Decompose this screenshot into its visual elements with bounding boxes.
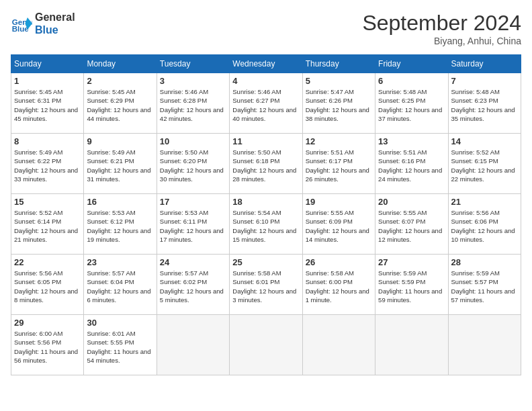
day-cell: 19 Sunrise: 5:55 AM Sunset: 6:09 PM Dayl…	[302, 194, 375, 255]
calendar-header: SundayMondayTuesdayWednesdayThursdayFrid…	[11, 55, 521, 73]
week-row-2: 8 Sunrise: 5:49 AM Sunset: 6:22 PM Dayli…	[11, 134, 521, 194]
day-cell: 13 Sunrise: 5:51 AM Sunset: 6:16 PM Dayl…	[375, 134, 448, 194]
day-number: 24	[160, 257, 226, 267]
calendar-body: 1 Sunrise: 5:45 AM Sunset: 6:31 PM Dayli…	[11, 73, 521, 375]
day-cell: 24 Sunrise: 5:57 AM Sunset: 6:02 PM Dayl…	[157, 255, 229, 315]
logo: General Blue General Blue	[11, 11, 75, 36]
day-info: Sunrise: 5:49 AM Sunset: 6:21 PM Dayligh…	[87, 148, 153, 183]
day-info: Sunrise: 5:50 AM Sunset: 6:20 PM Dayligh…	[160, 148, 226, 183]
day-cell: 18 Sunrise: 5:54 AM Sunset: 6:10 PM Dayl…	[230, 194, 302, 255]
day-info: Sunrise: 5:59 AM Sunset: 5:57 PM Dayligh…	[451, 269, 518, 304]
month-title: September 2024	[362, 11, 521, 36]
logo-line1: General	[35, 11, 75, 24]
day-number: 18	[232, 197, 299, 207]
day-info: Sunrise: 5:55 AM Sunset: 6:07 PM Dayligh…	[378, 208, 445, 244]
day-cell: 15 Sunrise: 5:52 AM Sunset: 6:14 PM Dayl…	[11, 194, 84, 255]
day-info: Sunrise: 5:59 AM Sunset: 5:59 PM Dayligh…	[378, 269, 445, 304]
day-info: Sunrise: 5:48 AM Sunset: 6:25 PM Dayligh…	[378, 87, 445, 123]
day-info: Sunrise: 5:46 AM Sunset: 6:28 PM Dayligh…	[160, 87, 226, 123]
day-cell	[302, 315, 375, 375]
day-number: 13	[378, 136, 445, 146]
week-row-5: 29 Sunrise: 6:00 AM Sunset: 5:56 PM Dayl…	[11, 315, 521, 375]
day-number: 30	[87, 318, 153, 328]
header-row: SundayMondayTuesdayWednesdayThursdayFrid…	[11, 55, 521, 73]
day-number: 25	[232, 257, 299, 267]
day-info: Sunrise: 6:01 AM Sunset: 5:55 PM Dayligh…	[87, 329, 153, 365]
day-number: 1	[14, 76, 81, 86]
day-info: Sunrise: 5:49 AM Sunset: 6:22 PM Dayligh…	[14, 148, 81, 183]
day-number: 15	[14, 197, 81, 207]
day-cell: 6 Sunrise: 5:48 AM Sunset: 6:25 PM Dayli…	[375, 73, 448, 134]
day-number: 23	[87, 257, 153, 267]
day-info: Sunrise: 5:47 AM Sunset: 6:26 PM Dayligh…	[306, 87, 372, 123]
day-cell	[375, 315, 448, 375]
day-info: Sunrise: 5:57 AM Sunset: 6:04 PM Dayligh…	[87, 269, 153, 304]
day-info: Sunrise: 5:53 AM Sunset: 6:11 PM Dayligh…	[160, 208, 226, 244]
day-number: 16	[87, 197, 153, 207]
day-info: Sunrise: 5:54 AM Sunset: 6:10 PM Dayligh…	[232, 208, 299, 244]
day-number: 11	[232, 136, 299, 146]
day-cell: 8 Sunrise: 5:49 AM Sunset: 6:22 PM Dayli…	[11, 134, 84, 194]
day-number: 3	[160, 76, 226, 86]
day-info: Sunrise: 5:52 AM Sunset: 6:15 PM Dayligh…	[451, 148, 518, 183]
day-number: 27	[378, 257, 445, 267]
day-cell: 14 Sunrise: 5:52 AM Sunset: 6:15 PM Dayl…	[448, 134, 521, 194]
day-number: 6	[378, 76, 445, 86]
day-cell: 7 Sunrise: 5:48 AM Sunset: 6:23 PM Dayli…	[448, 73, 521, 134]
day-number: 22	[14, 257, 81, 267]
day-cell	[157, 315, 229, 375]
day-info: Sunrise: 5:45 AM Sunset: 6:31 PM Dayligh…	[14, 87, 81, 123]
day-number: 4	[232, 76, 299, 86]
day-cell: 4 Sunrise: 5:46 AM Sunset: 6:27 PM Dayli…	[230, 73, 302, 134]
day-info: Sunrise: 5:57 AM Sunset: 6:02 PM Dayligh…	[160, 269, 226, 304]
day-cell: 28 Sunrise: 5:59 AM Sunset: 5:57 PM Dayl…	[448, 255, 521, 315]
day-number: 28	[451, 257, 518, 267]
day-info: Sunrise: 5:58 AM Sunset: 6:00 PM Dayligh…	[306, 269, 372, 304]
day-cell: 16 Sunrise: 5:53 AM Sunset: 6:12 PM Dayl…	[84, 194, 157, 255]
day-info: Sunrise: 5:50 AM Sunset: 6:18 PM Dayligh…	[232, 148, 299, 183]
day-info: Sunrise: 6:00 AM Sunset: 5:56 PM Dayligh…	[14, 329, 81, 365]
day-cell: 9 Sunrise: 5:49 AM Sunset: 6:21 PM Dayli…	[84, 134, 157, 194]
day-cell: 3 Sunrise: 5:46 AM Sunset: 6:28 PM Dayli…	[157, 73, 229, 134]
logo-line2: Blue	[35, 24, 75, 36]
day-cell	[230, 315, 302, 375]
day-info: Sunrise: 5:48 AM Sunset: 6:23 PM Dayligh…	[451, 87, 518, 123]
calendar-table: SundayMondayTuesdayWednesdayThursdayFrid…	[11, 54, 521, 375]
day-number: 19	[306, 197, 372, 207]
day-number: 8	[14, 136, 81, 146]
day-info: Sunrise: 5:53 AM Sunset: 6:12 PM Dayligh…	[87, 208, 153, 244]
day-info: Sunrise: 5:51 AM Sunset: 6:17 PM Dayligh…	[306, 148, 372, 183]
title-block: September 2024 Biyang, Anhui, China	[362, 11, 521, 46]
header-saturday: Saturday	[448, 55, 521, 73]
day-cell: 21 Sunrise: 5:56 AM Sunset: 6:06 PM Dayl…	[448, 194, 521, 255]
day-number: 14	[451, 136, 518, 146]
day-info: Sunrise: 5:45 AM Sunset: 6:29 PM Dayligh…	[87, 87, 153, 123]
day-cell: 17 Sunrise: 5:53 AM Sunset: 6:11 PM Dayl…	[157, 194, 229, 255]
day-number: 17	[160, 197, 226, 207]
day-cell: 27 Sunrise: 5:59 AM Sunset: 5:59 PM Dayl…	[375, 255, 448, 315]
day-info: Sunrise: 5:55 AM Sunset: 6:09 PM Dayligh…	[306, 208, 372, 244]
day-cell: 25 Sunrise: 5:58 AM Sunset: 6:01 PM Dayl…	[230, 255, 302, 315]
day-cell: 26 Sunrise: 5:58 AM Sunset: 6:00 PM Dayl…	[302, 255, 375, 315]
header-monday: Monday	[84, 55, 157, 73]
header-wednesday: Wednesday	[230, 55, 302, 73]
day-number: 5	[306, 76, 372, 86]
day-number: 2	[87, 76, 153, 86]
logo-icon: General Blue	[11, 13, 32, 34]
week-row-4: 22 Sunrise: 5:56 AM Sunset: 6:05 PM Dayl…	[11, 255, 521, 315]
location: Biyang, Anhui, China	[362, 36, 521, 46]
day-info: Sunrise: 5:46 AM Sunset: 6:27 PM Dayligh…	[232, 87, 299, 123]
day-number: 9	[87, 136, 153, 146]
day-info: Sunrise: 5:52 AM Sunset: 6:14 PM Dayligh…	[14, 208, 81, 244]
day-cell: 10 Sunrise: 5:50 AM Sunset: 6:20 PM Dayl…	[157, 134, 229, 194]
day-cell: 5 Sunrise: 5:47 AM Sunset: 6:26 PM Dayli…	[302, 73, 375, 134]
day-info: Sunrise: 5:56 AM Sunset: 6:06 PM Dayligh…	[451, 208, 518, 244]
header-sunday: Sunday	[11, 55, 84, 73]
header-tuesday: Tuesday	[157, 55, 229, 73]
day-number: 20	[378, 197, 445, 207]
day-cell: 12 Sunrise: 5:51 AM Sunset: 6:17 PM Dayl…	[302, 134, 375, 194]
day-cell: 20 Sunrise: 5:55 AM Sunset: 6:07 PM Dayl…	[375, 194, 448, 255]
day-info: Sunrise: 5:56 AM Sunset: 6:05 PM Dayligh…	[14, 269, 81, 304]
day-cell: 23 Sunrise: 5:57 AM Sunset: 6:04 PM Dayl…	[84, 255, 157, 315]
day-number: 29	[14, 318, 81, 328]
